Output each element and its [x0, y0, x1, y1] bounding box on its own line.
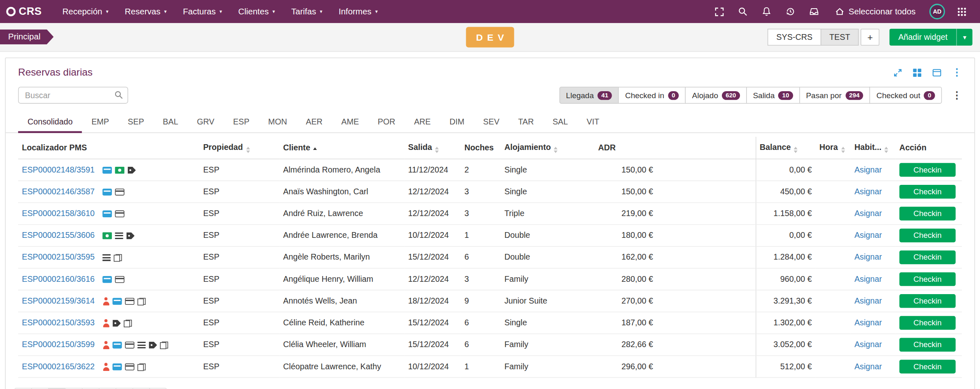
copy-icon[interactable] [138, 363, 146, 371]
assign-room-link[interactable]: Asignar [854, 318, 882, 327]
checkin-button[interactable]: Checkin [899, 294, 956, 307]
tab-esp[interactable]: ESP [224, 111, 259, 133]
checkin-button[interactable]: Checkin [899, 359, 956, 373]
card-blue-icon[interactable] [113, 342, 122, 349]
add-widget-caret-button[interactable]: ▼ [956, 29, 973, 46]
assign-room-link[interactable]: Asignar [854, 165, 882, 174]
checkin-button[interactable]: Checkin [899, 338, 956, 351]
card-dark-icon[interactable] [115, 276, 125, 283]
assign-room-link[interactable]: Asignar [854, 187, 882, 196]
assign-room-link[interactable]: Asignar [854, 274, 882, 283]
guest-icon[interactable] [103, 364, 110, 371]
checkin-button[interactable]: Checkin [899, 184, 956, 198]
notifications-button[interactable] [755, 0, 779, 23]
menu-recepci-n[interactable]: Recepción [54, 0, 117, 23]
reservation-link[interactable]: ESP00002150/3595 [22, 252, 95, 262]
assign-room-link[interactable]: Asignar [854, 252, 882, 262]
page-2-button[interactable]: 2 [65, 387, 83, 389]
menu-informes[interactable]: Informes [331, 0, 386, 23]
tag-icon[interactable] [128, 167, 136, 174]
filters-menu-button[interactable]: ⋮ [952, 89, 962, 101]
assign-room-link[interactable]: Asignar [854, 230, 882, 240]
filter-checked-out[interactable]: Checked out0 [869, 87, 942, 104]
workspace-tab-test[interactable]: TEST [821, 29, 859, 46]
assign-room-link[interactable]: Asignar [854, 296, 882, 306]
tab-bal[interactable]: BAL [153, 111, 187, 133]
page-5-button[interactable]: 5 [116, 387, 133, 389]
card-view-button[interactable] [932, 68, 942, 77]
reservation-link[interactable]: ESP00002159/3614 [22, 296, 95, 306]
notes-icon[interactable] [115, 232, 123, 239]
prev-page-button[interactable]: ‹ [31, 387, 49, 389]
first-page-button[interactable]: « [14, 387, 32, 389]
checkin-button[interactable]: Checkin [899, 163, 956, 176]
column-header-aloj[interactable]: Alojamiento [501, 137, 594, 159]
card-blue-icon[interactable] [103, 167, 112, 174]
apps-grid-button[interactable] [950, 0, 974, 23]
inbox-button[interactable] [802, 0, 826, 23]
checkin-button[interactable]: Checkin [899, 228, 956, 242]
reservation-link[interactable]: ESP00002165/3622 [22, 361, 95, 371]
reservation-link[interactable]: ESP00002150/3599 [22, 340, 95, 349]
tab-ame[interactable]: AME [332, 111, 368, 133]
copy-icon[interactable] [124, 320, 132, 327]
select-all-properties-button[interactable]: Seleccionar todos [826, 0, 924, 23]
page-4-button[interactable]: 4 [99, 387, 116, 389]
menu-reservas[interactable]: Reservas [117, 0, 175, 23]
tab-sal[interactable]: SAL [543, 111, 577, 133]
filter-salida[interactable]: Salida10 [746, 87, 800, 104]
card-dark-icon[interactable] [125, 342, 135, 349]
search-button[interactable] [731, 0, 755, 23]
card-blue-icon[interactable] [103, 210, 112, 217]
reservation-link[interactable]: ESP00002160/3616 [22, 274, 95, 283]
reservation-link[interactable]: ESP00002150/3593 [22, 318, 95, 327]
guest-icon[interactable] [103, 298, 110, 305]
copy-icon[interactable] [138, 298, 146, 305]
filter-checked-in[interactable]: Checked in0 [618, 87, 686, 104]
tab-emp[interactable]: EMP [82, 111, 118, 133]
copy-icon[interactable] [114, 254, 122, 261]
tab-vit[interactable]: VIT [577, 111, 608, 133]
tab-are[interactable]: ARE [404, 111, 440, 133]
card-blue-icon[interactable] [103, 276, 112, 283]
tab-tar[interactable]: TAR [509, 111, 543, 133]
tab-aer[interactable]: AER [296, 111, 332, 133]
tag-icon[interactable] [113, 320, 121, 327]
card-dark-icon[interactable] [125, 364, 135, 371]
next-page-button[interactable]: › [132, 387, 150, 389]
widget-menu-button[interactable]: ⋮ [952, 67, 962, 77]
card-dark-icon[interactable] [115, 189, 125, 196]
card-dark-icon[interactable] [115, 210, 125, 217]
filter-alojado[interactable]: Alojado620 [685, 87, 747, 104]
filter-pasan-por[interactable]: Pasan por294 [799, 87, 870, 104]
add-widget-button[interactable]: Añadir widget [890, 29, 956, 46]
fullscreen-button[interactable] [707, 0, 731, 23]
copy-icon[interactable] [160, 341, 169, 349]
filter-llegada[interactable]: Llegada41 [559, 87, 619, 104]
grid-view-button[interactable] [913, 68, 922, 77]
column-header-client[interactable]: Cliente [280, 137, 404, 159]
card-dark-icon[interactable] [125, 298, 135, 305]
column-header-balance[interactable]: Balance [756, 137, 816, 159]
column-header-prop[interactable]: Propiedad [199, 137, 280, 159]
guest-icon[interactable] [103, 320, 110, 327]
last-page-button[interactable]: » [149, 387, 167, 389]
menu-clientes[interactable]: Clientes [230, 0, 283, 23]
guest-icon[interactable] [103, 342, 110, 349]
column-header-hora[interactable]: Hora [816, 137, 851, 159]
tab-mon[interactable]: MON [259, 111, 296, 133]
card-blue-icon[interactable] [103, 189, 112, 196]
tag-icon[interactable] [149, 342, 157, 349]
notes-icon[interactable] [103, 254, 111, 261]
reservation-link[interactable]: ESP00002148/3591 [22, 165, 95, 174]
search-input[interactable] [18, 87, 128, 104]
history-button[interactable] [779, 0, 802, 23]
card-blue-icon[interactable] [113, 298, 122, 305]
workspace-tab-sys-crs[interactable]: SYS-CRS [767, 29, 821, 46]
tab-sep[interactable]: SEP [118, 111, 153, 133]
checkin-button[interactable]: Checkin [899, 272, 956, 285]
card-blue-icon[interactable] [113, 364, 122, 371]
user-avatar[interactable]: AD [929, 4, 945, 19]
cash-icon[interactable] [103, 232, 112, 239]
page-1-button[interactable]: 1 [48, 387, 66, 389]
